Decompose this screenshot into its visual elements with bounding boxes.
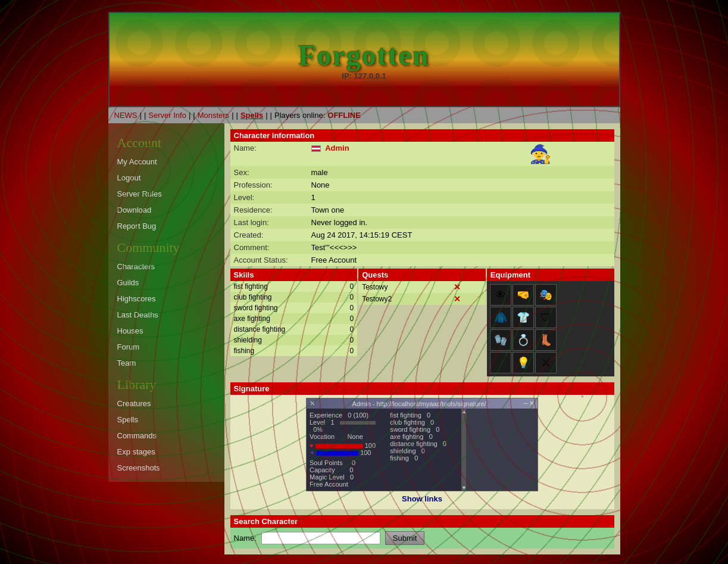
char-sprite: 🧙 <box>529 144 551 164</box>
nav-sep7: | <box>265 111 267 120</box>
table-row: Sex: male <box>230 166 614 179</box>
sig-fist-row: fist fighting 0 <box>390 412 458 419</box>
sig-axe-label: axe fighting <box>390 433 423 440</box>
sidebar-item-forum[interactable]: Forum <box>111 339 221 355</box>
equipment-slot[interactable]: 👕 <box>513 307 534 328</box>
sidebar-account-title: Account <box>117 135 221 151</box>
sig-scroll-up[interactable]: ▲ <box>461 409 467 415</box>
sidebar-item-commands[interactable]: Commands <box>111 428 221 444</box>
show-links-link[interactable]: Show links <box>402 494 442 503</box>
search-name-label: Name: <box>234 534 257 543</box>
table-row: Last login: Never logged in. <box>230 216 614 229</box>
sidebar-item-report-bug[interactable]: Report Bug <box>111 218 221 234</box>
sig-mp-row: ✦ 100 <box>310 449 378 457</box>
nav-monsters[interactable]: Monsters <box>198 111 229 120</box>
sig-minimize[interactable]: ─ <box>523 400 528 407</box>
sig-level-label: Level <box>310 419 325 426</box>
quest-name: Testowy2 <box>358 293 450 305</box>
quest-x-icon: ✕ <box>454 294 461 304</box>
profession-label: Profession: <box>230 179 308 191</box>
equipment-slot[interactable]: ⚔ <box>535 352 557 373</box>
skills-section: Skills fist fighting0club fighting0sword… <box>230 269 358 376</box>
sig-axe-row: axe fighting 0 <box>390 433 458 440</box>
sig-sword-row: sword fighting 0 <box>390 426 458 433</box>
equipment-slot[interactable]: 🎭 <box>535 284 557 306</box>
equipment-slot[interactable]: 🧤 <box>490 329 511 351</box>
equipment-slot[interactable]: 🤜 <box>513 284 534 306</box>
nav-spells[interactable]: Spells <box>240 111 263 120</box>
skill-value: 0 <box>337 281 357 292</box>
sig-distance-label: distance fighting <box>390 440 438 447</box>
sidebar-item-team[interactable]: Team <box>111 355 221 371</box>
sidebar-item-houses[interactable]: Houses <box>111 323 221 339</box>
sidebar-item-spells[interactable]: Spells <box>111 412 221 428</box>
sidebar-item-my-account[interactable]: My Account <box>111 154 221 170</box>
quest-status: ✕ <box>450 293 486 305</box>
skill-value: 0 <box>337 324 357 335</box>
sidebar-item-logout[interactable]: Logout <box>111 170 221 186</box>
nav-server-info[interactable]: Server Info <box>148 111 186 120</box>
show-links-container: Show links <box>233 491 611 506</box>
sig-distance-value: 0 <box>443 440 446 447</box>
sig-scrollbar[interactable]: ▲ ▼ <box>461 409 466 491</box>
sidebar-item-characters[interactable]: Characters <box>111 258 221 275</box>
sig-body-wrap: Experience 0 (100) Level 1 <box>307 409 538 491</box>
ip-value: 127.0.0.1 <box>354 71 386 80</box>
sidebar-item-guilds[interactable]: Guilds <box>111 275 221 291</box>
equipment-slot[interactable]: 👁 <box>490 284 511 306</box>
table-row: Testowy✕ <box>358 281 486 293</box>
equipment-slot[interactable]: 💡 <box>513 352 534 373</box>
quests-header: Quests <box>358 269 486 281</box>
sidebar: Account My Account Logout Server Rules D… <box>108 123 224 482</box>
equipment-slot[interactable]: 💍 <box>513 329 534 351</box>
equipment-slot[interactable]: 🛡 <box>535 307 557 328</box>
quest-status: ✕ <box>450 281 486 293</box>
sidebar-library-title: Library <box>117 377 221 392</box>
sig-free-label: Free Account <box>310 481 348 488</box>
sidebar-item-download[interactable]: Download <box>111 202 221 218</box>
sidebar-item-screenshots[interactable]: Screenshots <box>111 460 221 476</box>
skill-name: axe fighting <box>230 313 338 324</box>
table-row: Name: Admin 🧙 <box>230 142 614 166</box>
created-value: Aug 24 2017, 14:15:19 CEST <box>308 229 614 241</box>
sig-voc-label: Vocation <box>310 433 335 440</box>
sig-soul-row: Soul Points 0 <box>310 459 378 466</box>
skill-name: sword fighting <box>230 303 338 313</box>
sidebar-item-server-rules[interactable]: Server Rules <box>111 186 221 202</box>
quests-table: Testowy✕Testowy2✕ <box>358 281 486 305</box>
nav-status: OFFLINE <box>327 111 361 120</box>
equipment-slot[interactable] <box>490 352 511 373</box>
equipment-slot[interactable]: 🧥 <box>490 307 511 328</box>
equipment-grid: 👁🤜🎭🧥👕🛡🧤💍👢💡⚔ <box>487 281 614 376</box>
main-content: Character Information Name: Admin 🧙 <box>224 123 620 554</box>
nav-news[interactable]: NEWS <box>114 111 138 120</box>
site-ip: IP: 127.0.0.1 <box>342 71 386 81</box>
sig-close[interactable]: ✕ <box>529 400 535 407</box>
profession-value: None <box>308 179 614 191</box>
sig-mp-value: 100 <box>360 449 371 456</box>
search-submit-button[interactable]: Submit <box>385 531 424 545</box>
name-value: Admin 🧙 <box>308 142 614 166</box>
equipment-slot[interactable]: 👢 <box>535 329 557 351</box>
site-title: Forgotten <box>298 39 430 71</box>
char-info-section: Character Information Name: Admin 🧙 <box>230 129 614 266</box>
table-row: Level: 1 <box>230 191 614 204</box>
sig-level-row: Level 1 0% <box>310 419 378 433</box>
skill-value: 0 <box>337 303 357 313</box>
sig-cap-row: Capacity 0 <box>310 466 378 473</box>
sidebar-item-creatures[interactable]: Creatures <box>111 395 221 412</box>
skill-value: 0 <box>337 345 357 356</box>
skill-name: shielding <box>230 335 338 345</box>
sig-club-value: 0 <box>430 419 434 426</box>
sidebar-item-exp-stages[interactable]: Exp stages <box>111 444 221 460</box>
sidebar-item-last-deaths[interactable]: Last Deaths <box>111 307 221 323</box>
table-row: distance fighting0 <box>230 324 358 335</box>
sig-close-x[interactable]: ✕ <box>310 400 315 407</box>
sig-club-label: club fighting <box>390 419 425 426</box>
sig-window-title: Admin - http://localhost/myaac/tools/sig… <box>352 400 486 407</box>
nav-sep3: | <box>189 111 190 120</box>
sidebar-item-highscores[interactable]: Highscores <box>111 291 221 307</box>
table-row: shielding0 <box>230 335 358 345</box>
sig-scroll-down[interactable]: ▼ <box>461 485 467 491</box>
search-input[interactable] <box>261 532 380 544</box>
